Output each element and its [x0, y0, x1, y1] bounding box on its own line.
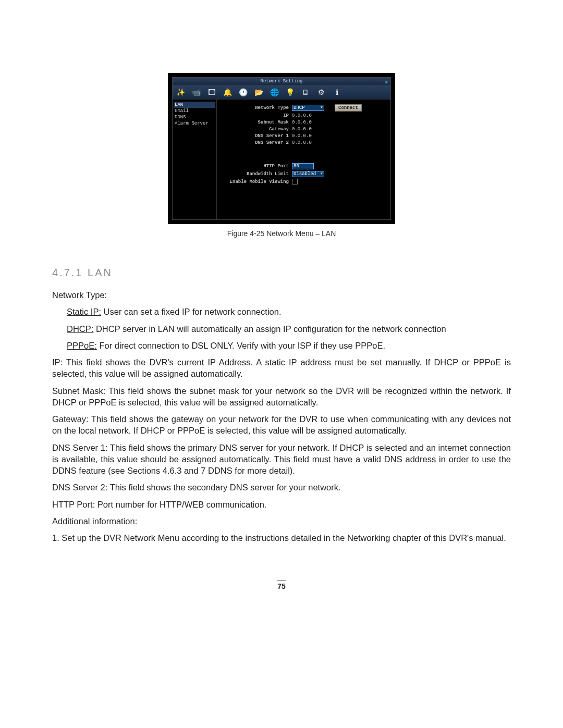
desc-pppoe: For direct connection to DSL ONLY. Verif…	[97, 341, 385, 350]
sidebar-item-lan[interactable]: LAN	[174, 102, 215, 108]
label-http-port: HTTP Port	[221, 164, 292, 169]
desc-dns2-doc: This field shows the secondary DNS serve…	[107, 483, 340, 492]
sidebar-item-alarm-server[interactable]: Alarm Server	[174, 120, 215, 127]
term-pppoe: PPPoE:	[67, 341, 97, 350]
toolbar-icon-film[interactable]: 🎞	[207, 88, 216, 97]
label-enable-mobile-viewing: Enable Mobile Viewing	[221, 179, 292, 184]
dvr-toolbar: ✨ 📹 🔍 🎞 🔔 🕐 📂 🌐 💡 🖥 ⚙ ℹ	[173, 85, 390, 100]
toolbar-icon-bell[interactable]: 🔔	[223, 88, 232, 97]
dvr-window-title: Network Setting	[260, 79, 302, 84]
value-dns-server-1: 0.0.0.0	[292, 133, 312, 139]
text-network-type-label: Network Type:	[52, 289, 511, 301]
toolbar-icon-network[interactable]: 🌐	[270, 88, 279, 97]
label-bandwidth-limit: Bandwidth Limit	[221, 171, 292, 177]
close-icon[interactable]: ✕	[385, 78, 388, 86]
input-http-port[interactable]: 80	[292, 163, 314, 169]
toolbar-icon-info[interactable]: ℹ	[332, 88, 341, 97]
value-dns-server-2: 0.0.0.0	[292, 140, 312, 145]
label-subnet-doc: Subnet Mask:	[52, 386, 105, 396]
text-pppoe: PPPoE: For direct connection to DSL ONLY…	[52, 340, 511, 351]
page-number: 75	[277, 582, 286, 590]
text-ip: IP: This field shows the DVR's current I…	[52, 356, 511, 380]
text-dns1: DNS Server 1: This field shows the prima…	[52, 442, 511, 477]
text-http-port: HTTP Port: Port number for HTTP/WEB comm…	[52, 499, 511, 510]
connect-button[interactable]: Connect	[335, 104, 362, 112]
figure-network-menu-lan: Network Setting ✕ ✨ 📹 🔍 🎞 🔔 🕐 📂 🌐 💡 🖥 ⚙ …	[52, 73, 511, 238]
toolbar-icon-magic[interactable]: ✨	[176, 88, 185, 97]
label-gateway-doc: Gateway:	[52, 414, 89, 424]
label-gateway: Gateway	[221, 127, 292, 132]
value-ip: 0.0.0.0	[292, 113, 312, 118]
toolbar-icon-monitor[interactable]: 🖥	[301, 88, 310, 97]
desc-dns1-doc: This field shows the primary DNS server …	[52, 443, 511, 476]
section-heading: 4.7.1 LAN	[52, 267, 511, 279]
figure-caption: Figure 4-25 Network Menu – LAN	[52, 229, 511, 238]
label-subnet-mask: Subnet Mask	[221, 120, 292, 125]
toolbar-icon-bulb[interactable]: 💡	[285, 88, 295, 97]
select-bandwidth-limit[interactable]: Disabled	[292, 171, 324, 177]
dvr-titlebar: Network Setting ✕	[173, 78, 390, 85]
term-static-ip: Static IP:	[67, 307, 101, 316]
toolbar-icon-gear[interactable]: ⚙	[316, 88, 326, 97]
dvr-content: Network Type DHCP Connect IP 0.0.0.0 Sub…	[217, 100, 390, 219]
term-dhcp: DHCP:	[67, 324, 93, 334]
toolbar-icon-camera[interactable]: 📹	[191, 88, 201, 97]
label-ip-doc: IP:	[52, 357, 63, 367]
label-dns-server-1: DNS Server 1	[221, 133, 292, 139]
desc-http-doc: Port number for HTTP/WEB communication.	[95, 500, 266, 509]
value-gateway: 0.0.0.0	[292, 127, 312, 132]
text-additional-info: Additional information:	[52, 515, 511, 527]
desc-ip-doc: This field shows the DVR's current IP Ad…	[52, 357, 511, 378]
label-dns2-doc: DNS Server 2:	[52, 483, 107, 492]
text-item-1: 1. Set up the DVR Network Menu according…	[52, 532, 511, 544]
dvr-window: Network Setting ✕ ✨ 📹 🔍 🎞 🔔 🕐 📂 🌐 💡 🖥 ⚙ …	[168, 73, 395, 224]
sidebar-item-ddns[interactable]: DDNS	[174, 114, 215, 120]
desc-subnet-doc: This field shows the subnet mask for you…	[52, 386, 511, 407]
text-gateway: Gateway: This field shows the gateway on…	[52, 413, 511, 437]
label-dns1-doc: DNS Server 1:	[52, 443, 107, 452]
text-static-ip: Static IP: User can set a fixed IP for n…	[52, 306, 511, 317]
dvr-sidebar: LAN Email DDNS Alarm Server	[173, 100, 217, 219]
desc-static-ip: User can set a fixed IP for network conn…	[101, 307, 281, 316]
label-network-type: Network Type	[221, 105, 292, 110]
sidebar-item-email[interactable]: Email	[174, 108, 215, 114]
page-number-block: 75	[52, 581, 511, 590]
label-http-doc: HTTP Port:	[52, 500, 95, 509]
desc-gateway-doc: This field shows the gateway on your net…	[52, 414, 511, 435]
label-dns-server-2: DNS Server 2	[221, 140, 292, 145]
text-subnet: Subnet Mask: This field shows the subnet…	[52, 385, 511, 409]
checkbox-enable-mobile-viewing[interactable]	[292, 179, 298, 184]
select-network-type[interactable]: DHCP	[292, 105, 324, 111]
label-ip: IP	[221, 113, 292, 118]
desc-dhcp: DHCP server in LAN will automatically an…	[93, 324, 446, 334]
value-subnet-mask: 0.0.0.0	[292, 120, 312, 125]
toolbar-icon-folder[interactable]: 📂	[254, 88, 263, 97]
text-dns2: DNS Server 2: This field shows the secon…	[52, 482, 511, 493]
text-dhcp: DHCP: DHCP server in LAN will automatica…	[52, 323, 511, 335]
toolbar-icon-clock[interactable]: 🕐	[238, 88, 248, 97]
